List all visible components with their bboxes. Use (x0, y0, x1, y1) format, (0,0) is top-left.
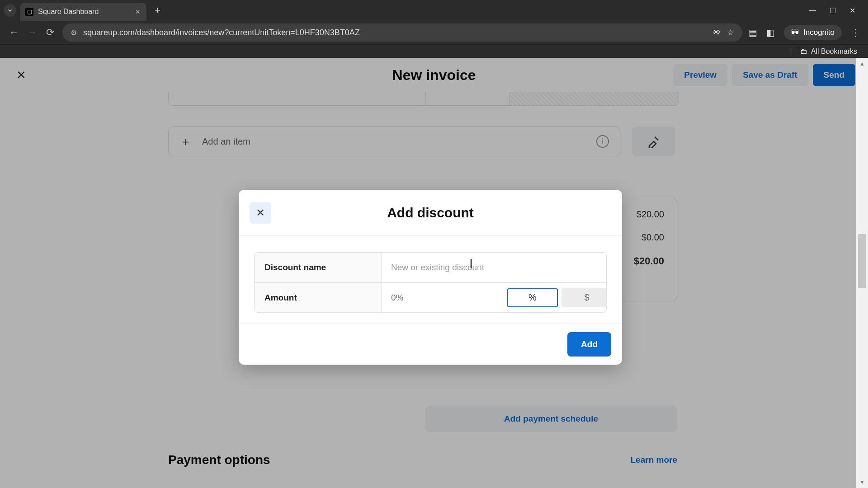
eye-off-icon[interactable]: 👁 (712, 28, 721, 38)
scroll-thumb[interactable] (858, 234, 866, 288)
back-icon[interactable]: ← (8, 27, 20, 38)
browser-chrome: ▢ Square Dashboard × + — ☐ ✕ ← → ⟳ ⚙ squ… (0, 0, 868, 58)
browser-tab[interactable]: ▢ Square Dashboard × (20, 3, 146, 21)
tab-search-button[interactable] (4, 4, 16, 17)
modal-title: Add discount (387, 205, 474, 221)
add-discount-button[interactable]: Add (567, 332, 611, 357)
modal-header: ✕ Add discount (239, 190, 622, 236)
percent-toggle[interactable]: % (507, 288, 558, 307)
forward-icon[interactable]: → (26, 27, 38, 38)
site-settings-icon[interactable]: ⚙ (71, 28, 77, 37)
reload-icon[interactable]: ⟳ (44, 27, 56, 38)
kebab-menu-icon[interactable]: ⋮ (851, 27, 860, 38)
side-panel-icon[interactable]: ◧ (766, 27, 775, 38)
modal-close-button[interactable]: ✕ (250, 202, 271, 224)
modal-footer: Add (239, 324, 622, 365)
maximize-icon[interactable]: ☐ (830, 6, 836, 15)
field-group: Discount name Amount % $ (254, 252, 607, 313)
minimize-icon[interactable]: — (809, 6, 816, 15)
discount-name-label: Discount name (255, 253, 382, 282)
incognito-icon: 🕶 (791, 28, 799, 37)
scroll-down-icon[interactable]: ▼ (856, 476, 868, 488)
all-bookmarks-link[interactable]: All Bookmarks (811, 47, 857, 56)
square-favicon: ▢ (25, 8, 33, 16)
discount-name-input[interactable] (382, 253, 606, 282)
reading-list-icon[interactable]: ▤ (749, 27, 757, 38)
star-icon[interactable]: ☆ (727, 28, 734, 38)
amount-label: Amount (255, 283, 382, 312)
add-discount-modal: ✕ Add discount Discount name Amount % $ … (239, 190, 622, 365)
url-text: squareup.com/dashboard/invoices/new?curr… (83, 28, 706, 38)
tab-title: Square Dashboard (38, 8, 99, 16)
tab-close-icon[interactable]: × (135, 7, 140, 17)
address-bar: ← → ⟳ ⚙ squareup.com/dashboard/invoices/… (0, 21, 868, 44)
new-tab-button[interactable]: + (150, 5, 165, 16)
dollar-toggle[interactable]: $ (561, 288, 607, 307)
tab-bar: ▢ Square Dashboard × + — ☐ ✕ (0, 0, 868, 21)
amount-row: Amount % $ (255, 282, 606, 312)
incognito-label: Incognito (803, 28, 835, 37)
folder-icon: 🗀 (800, 47, 807, 56)
toolbar-right: ▤ ◧ 🕶 Incognito ⋮ (749, 25, 860, 40)
vertical-scrollbar[interactable]: ▲ ▼ (856, 58, 868, 488)
window-controls: — ☐ ✕ (809, 6, 864, 15)
discount-name-row: Discount name (255, 253, 606, 282)
amount-input[interactable] (382, 283, 507, 312)
close-window-icon[interactable]: ✕ (849, 6, 855, 15)
bookmarks-bar: | 🗀 All Bookmarks (0, 44, 868, 58)
modal-body: Discount name Amount % $ (239, 236, 622, 324)
incognito-badge[interactable]: 🕶 Incognito (784, 25, 842, 40)
url-box[interactable]: ⚙ squareup.com/dashboard/invoices/new?cu… (62, 23, 742, 42)
scroll-up-icon[interactable]: ▲ (856, 58, 868, 70)
amount-unit-segmented: % $ (507, 283, 607, 312)
